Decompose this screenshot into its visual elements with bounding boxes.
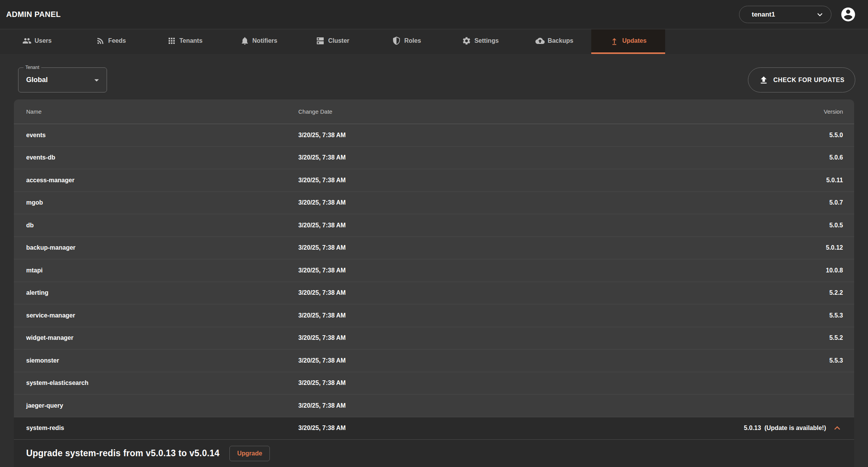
tab-label: Cluster [328,37,349,44]
tenant-select-label: Tenant [23,65,41,71]
row-version-cell: 5.5.3 [829,312,854,319]
top-bar: ADMIN PANEL tenant1 [0,0,868,29]
gear-icon [462,36,471,45]
table-row-jaeger-query[interactable]: jaeger-query3/20/25, 7:38 AM [14,395,854,417]
row-change-date: 3/20/25, 7:38 AM [298,267,826,274]
row-version: 5.5.3 [829,357,843,364]
row-version: 5.5.0 [829,132,843,138]
tab-label: Updates [622,37,646,44]
table-row-service-manager[interactable]: service-manager3/20/25, 7:38 AM5.5.3 [14,304,854,327]
chevron-down-icon [815,10,825,20]
updates-table-card: Name Change Date Version events3/20/25, … [14,99,854,467]
row-change-date: 3/20/25, 7:38 AM [298,334,829,341]
tab-feeds[interactable]: Feeds [74,29,148,54]
apps-grid-icon [167,36,176,45]
table-row-widget-manager[interactable]: widget-manager3/20/25, 7:38 AM5.5.2 [14,327,854,350]
table-row-mtapi[interactable]: mtapi3/20/25, 7:38 AM10.0.8 [14,259,854,282]
upgrade-panel: Upgrade system-redis from v5.0.13 to v5.… [14,440,854,467]
row-version-cell: 10.0.8 [826,267,854,274]
table-row-mgob[interactable]: mgob3/20/25, 7:38 AM5.0.7 [14,192,854,215]
tab-label: Feeds [108,37,126,44]
row-name: service-manager [14,312,298,319]
tenant-switcher[interactable]: tenant1 [739,6,831,23]
column-header-change-date: Change Date [298,108,824,115]
row-version: 10.0.8 [826,267,843,274]
check-for-updates-button[interactable]: CHECK FOR UPDATES [748,67,855,92]
account-circle-icon [840,6,856,23]
row-version-cell: 5.2.2 [829,289,854,296]
controls-row: Tenant Global CHECK FOR UPDATES [18,67,855,93]
upgrade-button[interactable]: Upgrade [229,446,270,461]
table-row-db[interactable]: db3/20/25, 7:38 AM5.0.5 [14,214,854,237]
tab-label: Backups [548,37,574,44]
row-version: 5.0.12 [826,244,843,251]
row-version: 5.0.5 [829,222,843,228]
row-change-date: 3/20/25, 7:38 AM [298,222,829,229]
tab-backups[interactable]: Backups [517,29,591,54]
row-name: system-elasticsearch [14,380,298,386]
row-version-cell: 5.0.11 [826,177,854,184]
row-change-date: 3/20/25, 7:38 AM [298,154,829,161]
row-version-cell: 5.5.0 [829,132,854,139]
row-version-cell: 5.0.13 (Update is available!) [744,422,854,434]
row-name: mgob [14,199,298,206]
system-update-icon [610,36,619,45]
row-change-date: 3/20/25, 7:38 AM [298,402,843,409]
row-name: siemonster [14,357,298,364]
account-button[interactable] [840,6,856,23]
row-version: 5.2.2 [829,289,843,296]
dns-icon [316,36,325,45]
table-row-siemonster[interactable]: siemonster3/20/25, 7:38 AM5.5.3 [14,349,854,372]
table-row-alerting[interactable]: alerting3/20/25, 7:38 AM5.2.2 [14,282,854,305]
table-row-system-elasticsearch[interactable]: system-elasticsearch3/20/25, 7:38 AM [14,372,854,395]
tab-label: Tenants [179,37,202,44]
row-name: mtapi [14,267,298,274]
row-change-date: 3/20/25, 7:38 AM [298,357,829,364]
tab-label: Users [35,37,52,44]
table-row-system-redis[interactable]: system-redis3/20/25, 7:38 AM5.0.13 (Upda… [14,417,854,440]
rss-icon [96,36,105,45]
check-for-updates-label: CHECK FOR UPDATES [773,77,845,84]
tab-label: Settings [474,37,498,44]
row-version: 5.0.7 [829,199,843,206]
row-version: 5.0.13 (Update is available!) [744,425,826,432]
app-title: ADMIN PANEL [6,10,61,19]
dropdown-arrow-icon [91,75,102,86]
tab-roles[interactable]: Roles [370,29,443,54]
row-name: widget-manager [14,334,298,341]
table-body: events3/20/25, 7:38 AM5.5.0events-db3/20… [14,124,854,440]
row-change-date: 3/20/25, 7:38 AM [298,132,829,139]
row-change-date: 3/20/25, 7:38 AM [298,312,829,319]
row-change-date: 3/20/25, 7:38 AM [298,199,829,206]
tab-updates[interactable]: Updates [591,29,665,54]
tab-label: Notifiers [253,37,278,44]
upgrade-message: Upgrade system-redis from v5.0.13 to v5.… [26,448,219,459]
tab-cluster[interactable]: Cluster [296,29,370,54]
people-icon [22,36,32,45]
row-name: events-db [14,154,298,161]
row-name: db [14,222,298,229]
nav-tabs: UsersFeedsTenantsNotifiersClusterRolesSe… [0,29,868,54]
column-header-name: Name [14,108,298,115]
row-name: access-manager [14,177,298,184]
tab-notifiers[interactable]: Notifiers [222,29,296,54]
topbar-right: tenant1 [739,6,856,23]
row-version-cell: 5.5.3 [829,357,854,364]
row-name: alerting [14,289,298,296]
tab-settings[interactable]: Settings [443,29,517,54]
tenant-select[interactable]: Tenant Global [18,67,107,92]
table-row-events-db[interactable]: events-db3/20/25, 7:38 AM5.0.6 [14,147,854,170]
tab-tenants[interactable]: Tenants [148,29,222,54]
table-row-events[interactable]: events3/20/25, 7:38 AM5.5.0 [14,124,854,147]
row-change-date: 3/20/25, 7:38 AM [298,177,826,184]
row-version: 5.0.6 [829,154,843,161]
tenant-switcher-value: tenant1 [752,11,775,18]
table-row-backup-manager[interactable]: backup-manager3/20/25, 7:38 AM5.0.12 [14,237,854,260]
row-version: 5.0.11 [826,177,843,183]
tenant-select-value: Global [18,76,48,84]
tab-users[interactable]: Users [0,29,74,54]
row-version-cell: 5.0.12 [826,244,854,251]
row-change-date: 3/20/25, 7:38 AM [298,380,843,386]
chevron-up-icon[interactable] [831,422,843,434]
table-row-access-manager[interactable]: access-manager3/20/25, 7:38 AM5.0.11 [14,169,854,192]
